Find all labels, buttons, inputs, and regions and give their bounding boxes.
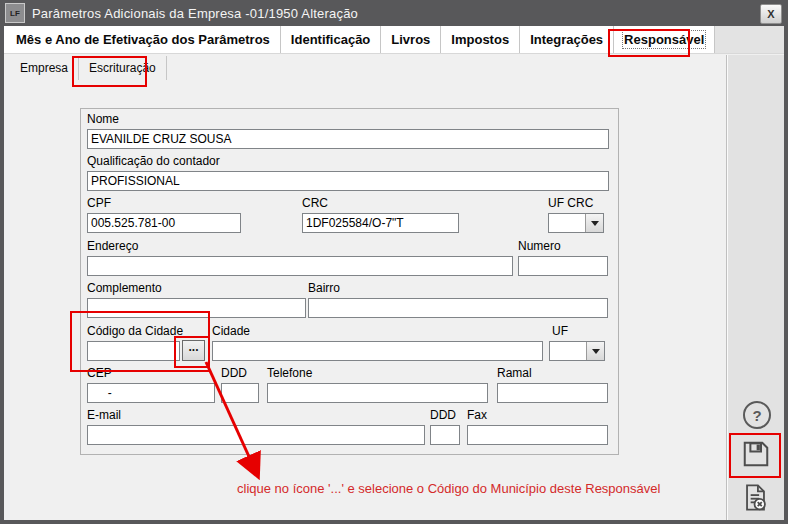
subtab-escrituracao[interactable]: Escrituração xyxy=(79,56,167,80)
field-fax: Fax xyxy=(467,408,608,445)
field-codigo-cidade: Código da Cidade xyxy=(87,324,183,361)
field-bairro: Bairro xyxy=(308,281,608,318)
uf-label: UF xyxy=(552,324,605,338)
question-mark-icon: ? xyxy=(752,407,761,424)
uf-crc-dropdown-button[interactable] xyxy=(585,214,603,232)
dialog-window: LF Parâmetros Adicionais da Empresa -01/… xyxy=(0,0,788,524)
uf-crc-label: UF CRC xyxy=(548,196,604,210)
endereco-label: Endereço xyxy=(87,239,513,253)
field-cep: CEP xyxy=(87,366,215,403)
telefone-label: Telefone xyxy=(267,366,488,380)
title-bar: LF Parâmetros Adicionais da Empresa -01/… xyxy=(0,0,788,26)
telefone-input[interactable] xyxy=(267,383,488,403)
right-toolbar: ? xyxy=(726,55,784,520)
document-cancel-icon xyxy=(741,483,770,512)
ddd-fax-input[interactable] xyxy=(430,425,460,445)
tab-label: Integrações xyxy=(530,32,603,47)
uf-select[interactable] xyxy=(549,341,605,361)
crc-input[interactable] xyxy=(302,213,459,233)
field-ddd-fax: DDD xyxy=(430,408,460,445)
email-label: E-mail xyxy=(87,408,425,422)
complemento-label: Complemento xyxy=(87,281,306,295)
tab-responsavel[interactable]: Responsável xyxy=(614,26,715,53)
chevron-down-icon xyxy=(592,349,600,354)
field-nome: Nome xyxy=(87,112,609,149)
tab-bar: Mês e Ano de Efetivação dos Parâmetros I… xyxy=(4,26,784,54)
bairro-label: Bairro xyxy=(308,281,608,295)
crc-label: CRC xyxy=(302,196,459,210)
cpf-label: CPF xyxy=(87,196,241,210)
field-uf: UF xyxy=(552,324,605,361)
complemento-input[interactable] xyxy=(87,298,306,318)
ddd-telefone-label: DDD xyxy=(221,366,259,380)
uf-dropdown-button[interactable] xyxy=(586,342,604,360)
codigo-cidade-input[interactable] xyxy=(87,341,180,361)
chevron-down-icon xyxy=(591,221,599,226)
window-title: Parâmetros Adicionais da Empresa -01/195… xyxy=(32,6,358,21)
tab-bar-filler xyxy=(715,26,784,53)
field-cidade: Cidade xyxy=(212,324,543,361)
endereco-input[interactable] xyxy=(87,256,513,276)
field-crc: CRC xyxy=(302,196,459,233)
save-button[interactable] xyxy=(741,439,771,473)
uf-crc-select[interactable] xyxy=(548,213,604,233)
tab-strip: Mês e Ano de Efetivação dos Parâmetros I… xyxy=(4,26,715,53)
field-ddd-telefone: DDD xyxy=(221,366,259,403)
tab-label: Impostos xyxy=(451,32,509,47)
cep-input[interactable] xyxy=(87,383,215,403)
uf-crc-value xyxy=(549,214,585,232)
ramal-label: Ramal xyxy=(497,366,608,380)
codigo-cidade-browse-button[interactable]: ... xyxy=(182,340,205,361)
qualificacao-input[interactable] xyxy=(87,171,609,191)
field-qualificacao: Qualificação do contador xyxy=(87,154,609,191)
field-ramal: Ramal xyxy=(497,366,608,403)
tab-mes-ano-efetivacao[interactable]: Mês e Ano de Efetivação dos Parâmetros xyxy=(6,26,281,53)
field-numero: Numero xyxy=(518,239,608,276)
cidade-label: Cidade xyxy=(212,324,543,338)
tab-page-responsavel: Empresa Escrituração Nome Qualificação d… xyxy=(4,54,784,520)
tab-identificacao[interactable]: Identificação xyxy=(281,26,381,53)
codigo-cidade-label: Código da Cidade xyxy=(87,324,183,338)
ddd-fax-label: DDD xyxy=(430,408,460,422)
ramal-input[interactable] xyxy=(497,383,608,403)
nome-input[interactable] xyxy=(87,129,609,149)
close-button[interactable]: X xyxy=(760,4,782,24)
cpf-input[interactable] xyxy=(87,213,241,233)
tab-label: Mês e Ano de Efetivação dos Parâmetros xyxy=(16,32,270,47)
fax-input[interactable] xyxy=(467,425,608,445)
cancel-button[interactable] xyxy=(741,483,770,516)
field-uf-crc: UF CRC xyxy=(548,196,604,233)
field-complemento: Complemento xyxy=(87,281,306,318)
field-email: E-mail xyxy=(87,408,425,445)
tab-label: Livros xyxy=(391,32,430,47)
fax-label: Fax xyxy=(467,408,608,422)
uf-value xyxy=(550,342,586,360)
tab-label: Responsável xyxy=(624,32,704,47)
email-input[interactable] xyxy=(87,425,425,445)
field-cpf: CPF xyxy=(87,196,241,233)
cep-label: CEP xyxy=(87,366,215,380)
tab-label: Identificação xyxy=(291,32,370,47)
field-telefone: Telefone xyxy=(267,366,488,403)
qualificacao-label: Qualificação do contador xyxy=(87,154,609,168)
bairro-input[interactable] xyxy=(308,298,608,318)
cidade-input[interactable] xyxy=(212,341,543,361)
tab-livros[interactable]: Livros xyxy=(381,26,441,53)
tab-integracoes[interactable]: Integrações xyxy=(520,26,614,53)
ddd-telefone-input[interactable] xyxy=(221,383,259,403)
subtab-label: Escrituração xyxy=(89,61,156,75)
subtab-label: Empresa xyxy=(20,61,68,75)
numero-input[interactable] xyxy=(518,256,608,276)
responsavel-groupbox: Nome Qualificação do contador CPF CRC UF… xyxy=(80,108,619,455)
dialog-body: Mês e Ano de Efetivação dos Parâmetros I… xyxy=(4,26,784,520)
help-button[interactable]: ? xyxy=(743,401,771,429)
app-icon: LF xyxy=(5,3,25,23)
tab-impostos[interactable]: Impostos xyxy=(441,26,520,53)
floppy-disk-icon xyxy=(741,439,771,469)
numero-label: Numero xyxy=(518,239,608,253)
field-endereco: Endereço xyxy=(87,239,513,276)
subtab-empresa[interactable]: Empresa xyxy=(10,56,79,80)
subtab-bar: Empresa Escrituração xyxy=(4,54,167,81)
nome-label: Nome xyxy=(87,112,609,126)
